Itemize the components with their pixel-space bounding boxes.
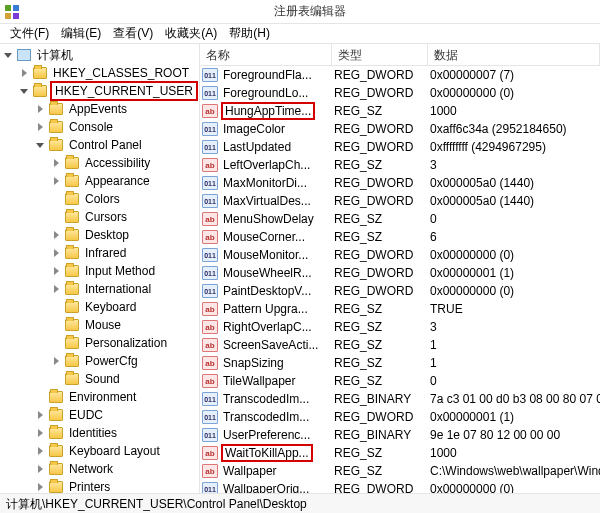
chevron-down-icon[interactable] — [18, 85, 30, 97]
chevron-right-icon[interactable] — [50, 229, 62, 241]
value-row[interactable]: TranscodedIm...REG_BINARY7a c3 01 00 d0 … — [200, 390, 600, 408]
value-row[interactable]: MouseMonitor...REG_DWORD0x00000000 (0) — [200, 246, 600, 264]
chevron-right-icon[interactable] — [34, 409, 46, 421]
value-row[interactable]: UserPreferenc...REG_BINARY9e 1e 07 80 12… — [200, 426, 600, 444]
string-value-icon — [202, 338, 218, 352]
value-name-cell: LeftOverlapCh... — [200, 158, 332, 172]
tree-label: Printers — [66, 479, 113, 493]
list-rows[interactable]: ForegroundFla...REG_DWORD0x00000007 (7)F… — [200, 66, 600, 493]
tree-node[interactable]: Sound — [0, 370, 199, 388]
tree-node[interactable]: Control Panel — [0, 136, 199, 154]
tree-pane[interactable]: 计算机HKEY_CLASSES_ROOTHKEY_CURRENT_USERApp… — [0, 44, 200, 493]
menu-item[interactable]: 收藏夹(A) — [159, 23, 223, 44]
value-row[interactable]: WaitToKillApp...REG_SZ1000 — [200, 444, 600, 462]
value-name: ForegroundLo... — [221, 86, 310, 100]
tree-node[interactable]: PowerCfg — [0, 352, 199, 370]
tree-node[interactable]: Network — [0, 460, 199, 478]
value-row[interactable]: ImageColorREG_DWORD0xaff6c34a (295218465… — [200, 120, 600, 138]
menu-item[interactable]: 文件(F) — [4, 23, 55, 44]
chevron-right-icon[interactable] — [34, 427, 46, 439]
value-row[interactable]: PaintDesktopV...REG_DWORD0x00000000 (0) — [200, 282, 600, 300]
folder-icon — [65, 337, 79, 349]
tree-node[interactable]: Cursors — [0, 208, 199, 226]
chevron-right-icon[interactable] — [34, 481, 46, 493]
tree-node[interactable]: Accessibility — [0, 154, 199, 172]
value-data: 0x000005a0 (1440) — [428, 176, 600, 190]
chevron-down-icon[interactable] — [2, 49, 14, 61]
chevron-right-icon[interactable] — [34, 121, 46, 133]
tree-label: EUDC — [66, 407, 106, 423]
chevron-right-icon[interactable] — [50, 175, 62, 187]
column-type[interactable]: 类型 — [332, 44, 428, 65]
tree-node[interactable]: Desktop — [0, 226, 199, 244]
tree-node[interactable]: Infrared — [0, 244, 199, 262]
value-name: LastUpdated — [221, 140, 293, 154]
tree-node[interactable]: AppEvents — [0, 100, 199, 118]
tree-label: Sound — [82, 371, 123, 387]
chevron-right-icon[interactable] — [50, 247, 62, 259]
binary-value-icon — [202, 284, 218, 298]
chevron-right-icon[interactable] — [18, 67, 30, 79]
value-row[interactable]: LastUpdatedREG_DWORD0xffffffff (42949672… — [200, 138, 600, 156]
tree-node[interactable]: Keyboard — [0, 298, 199, 316]
value-row[interactable]: ForegroundFla...REG_DWORD0x00000007 (7) — [200, 66, 600, 84]
value-row[interactable]: TileWallpaperREG_SZ0 — [200, 372, 600, 390]
tree-node[interactable]: EUDC — [0, 406, 199, 424]
value-row[interactable]: MenuShowDelayREG_SZ0 — [200, 210, 600, 228]
chevron-right-icon[interactable] — [34, 445, 46, 457]
value-row[interactable]: SnapSizingREG_SZ1 — [200, 354, 600, 372]
chevron-right-icon[interactable] — [50, 355, 62, 367]
menu-item[interactable]: 帮助(H) — [223, 23, 276, 44]
chevron-right-icon[interactable] — [34, 103, 46, 115]
folder-icon — [49, 409, 63, 421]
tree-node[interactable]: HKEY_CURRENT_USER — [0, 82, 199, 100]
tree-node[interactable]: 计算机 — [0, 46, 199, 64]
column-data[interactable]: 数据 — [428, 44, 600, 65]
string-value-icon — [202, 158, 218, 172]
tree-node[interactable]: International — [0, 280, 199, 298]
tree-node[interactable]: Personalization — [0, 334, 199, 352]
binary-value-icon — [202, 122, 218, 136]
value-row[interactable]: Pattern Upgra...REG_SZTRUE — [200, 300, 600, 318]
tree-label: Console — [66, 119, 116, 135]
tree-node[interactable]: HKEY_CLASSES_ROOT — [0, 64, 199, 82]
value-name-cell: MouseCorner... — [200, 230, 332, 244]
tree-node[interactable]: Appearance — [0, 172, 199, 190]
value-row[interactable]: LeftOverlapCh...REG_SZ3 — [200, 156, 600, 174]
tree-node[interactable]: Input Method — [0, 262, 199, 280]
tree-label: Personalization — [82, 335, 170, 351]
value-row[interactable]: MouseWheelR...REG_DWORD0x00000001 (1) — [200, 264, 600, 282]
column-name[interactable]: 名称 — [200, 44, 332, 65]
value-data: 3 — [428, 158, 600, 172]
value-row[interactable]: WallpaperOrig...REG_DWORD0x00000000 (0) — [200, 480, 600, 493]
value-data: 1000 — [428, 446, 600, 460]
chevron-right-icon[interactable] — [50, 283, 62, 295]
value-data: 0xffffffff (4294967295) — [428, 140, 600, 154]
value-row[interactable]: TranscodedIm...REG_DWORD0x00000001 (1) — [200, 408, 600, 426]
tree-node[interactable]: Mouse — [0, 316, 199, 334]
value-name-cell: Pattern Upgra... — [200, 302, 332, 316]
tree-node[interactable]: Environment — [0, 388, 199, 406]
chevron-right-icon[interactable] — [34, 463, 46, 475]
binary-value-icon — [202, 266, 218, 280]
folder-icon — [65, 229, 79, 241]
chevron-down-icon[interactable] — [34, 139, 46, 151]
value-row[interactable]: ForegroundLo...REG_DWORD0x00000000 (0) — [200, 84, 600, 102]
value-row[interactable]: WallpaperREG_SZC:\Windows\web\wallpaper\… — [200, 462, 600, 480]
menu-item[interactable]: 查看(V) — [107, 23, 159, 44]
value-type: REG_SZ — [332, 356, 428, 370]
value-row[interactable]: RightOverlapC...REG_SZ3 — [200, 318, 600, 336]
value-row[interactable]: MouseCorner...REG_SZ6 — [200, 228, 600, 246]
chevron-right-icon[interactable] — [50, 265, 62, 277]
menu-item[interactable]: 编辑(E) — [55, 23, 107, 44]
tree-node[interactable]: Colors — [0, 190, 199, 208]
value-row[interactable]: ScreenSaveActi...REG_SZ1 — [200, 336, 600, 354]
value-row[interactable]: MaxMonitorDi...REG_DWORD0x000005a0 (1440… — [200, 174, 600, 192]
value-row[interactable]: HungAppTime...REG_SZ1000 — [200, 102, 600, 120]
chevron-right-icon[interactable] — [50, 157, 62, 169]
value-row[interactable]: MaxVirtualDes...REG_DWORD0x000005a0 (144… — [200, 192, 600, 210]
tree-node[interactable]: Printers — [0, 478, 199, 493]
tree-node[interactable]: Keyboard Layout — [0, 442, 199, 460]
tree-node[interactable]: Identities — [0, 424, 199, 442]
tree-node[interactable]: Console — [0, 118, 199, 136]
